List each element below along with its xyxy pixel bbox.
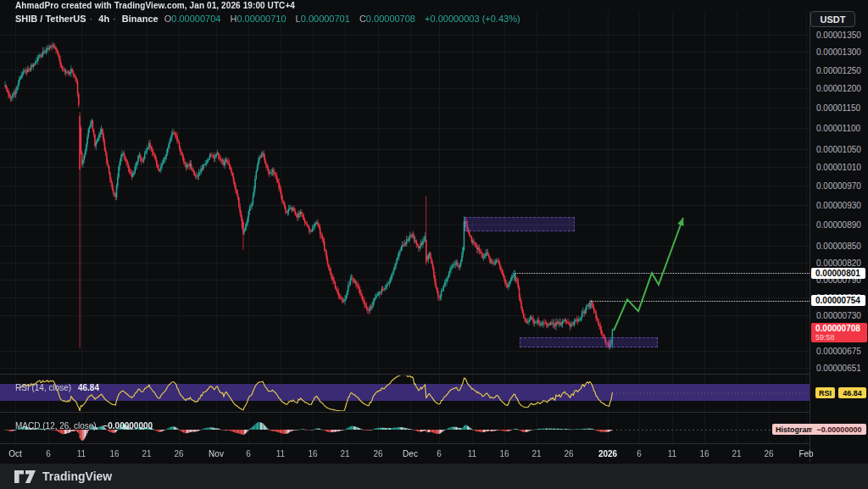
pane-separator[interactable] — [0, 412, 868, 413]
last-price-label: 0.00000708 59:58 — [811, 323, 867, 342]
price-tick: 0.00001150 — [816, 103, 860, 113]
bar-countdown: 59:58 — [815, 333, 867, 342]
price-level-label: 0.00000754 — [811, 295, 865, 306]
time-tick: 21 — [142, 449, 151, 458]
price-tick: 0.00001250 — [816, 66, 861, 75]
time-axis[interactable]: Oct611162126Nov611162126Dec6111621262026… — [0, 443, 810, 463]
time-tick: 6 — [437, 449, 442, 458]
time-tick: 26 — [564, 449, 573, 458]
time-tick: 16 — [499, 449, 509, 458]
macd-histogram-value-badge: −0.00000000 — [812, 424, 866, 435]
change-value: +0.00000003 (+0.43%) — [425, 14, 520, 24]
time-tick: 11 — [668, 449, 676, 458]
time-tick: Oct — [8, 449, 22, 458]
demand-zone[interactable] — [520, 337, 658, 348]
close-key: C — [359, 14, 366, 24]
open-key: O — [164, 14, 172, 24]
symbol-status-row: SHIB / TetherUS· 4h· Binance O0.00000704… — [15, 14, 524, 24]
time-tick: Dec — [403, 449, 418, 458]
separator: · — [113, 14, 116, 24]
rsi-status-row: RSI (14, close) 46.84 — [15, 383, 99, 392]
macd-histogram-badge: Histogram — [772, 424, 817, 435]
price-level-line[interactable] — [515, 273, 810, 274]
price-tick: 0.00001300 — [816, 47, 861, 57]
rsi-label[interactable]: RSI (14, close) — [15, 383, 71, 392]
attribution-text: AhmadPro created with TradingView.com, J… — [15, 1, 295, 10]
supply-zone[interactable] — [465, 217, 575, 232]
price-tick: 0.00000970 — [816, 181, 861, 191]
last-price-value: 0.00000708 — [815, 324, 867, 333]
tradingview-chart-app: AhmadPro created with TradingView.com, J… — [0, 0, 868, 489]
price-level-label: 0.00000801 — [811, 268, 865, 279]
exchange-label: Binance — [122, 14, 159, 24]
currency-toggle-button[interactable]: USDT — [810, 11, 855, 27]
time-tick: Nov — [209, 449, 224, 458]
price-tick: 0.00001010 — [816, 163, 861, 172]
close-value: 0.00000708 — [366, 14, 415, 24]
tradingview-logo-icon[interactable] — [14, 470, 36, 484]
macd-label[interactable]: MACD (12, 26, close) — [15, 421, 97, 431]
time-tick: 6 — [246, 449, 251, 458]
price-tick: 0.00001200 — [816, 84, 861, 93]
time-tick: 2026 — [598, 449, 617, 458]
price-tick: 0.00000890 — [816, 220, 861, 230]
time-tick: 21 — [732, 449, 741, 458]
time-tick: 26 — [373, 449, 382, 458]
chart-canvas[interactable] — [0, 0, 868, 489]
price-tick: 0.00000820 — [816, 258, 861, 268]
separator: · — [90, 14, 93, 24]
footer-bar: TradingView — [0, 463, 868, 489]
time-tick: 11 — [276, 449, 285, 458]
time-tick: 16 — [308, 449, 317, 458]
time-tick: 21 — [340, 449, 349, 458]
rsi-axis-value-badge: 46.84 — [838, 387, 866, 398]
high-value: 0.00000710 — [236, 14, 286, 24]
price-tick: 0.00000730 — [816, 311, 861, 320]
time-tick: 11 — [77, 449, 86, 458]
time-tick: 26 — [764, 449, 773, 458]
pane-separator[interactable] — [0, 374, 868, 375]
price-tick: 0.00001350 — [816, 31, 861, 40]
rsi-axis-badge: RSI — [815, 387, 835, 398]
low-key: L — [296, 14, 301, 24]
price-tick: 0.00001100 — [816, 124, 860, 133]
time-tick: 16 — [109, 449, 119, 458]
time-tick: 26 — [174, 449, 183, 458]
price-level-line[interactable] — [591, 301, 810, 302]
brand-name[interactable]: TradingView — [42, 470, 112, 483]
time-tick: 21 — [531, 449, 541, 458]
interval-label[interactable]: 4h — [98, 14, 109, 24]
price-tick: 0.00000930 — [816, 201, 861, 210]
low-value: 0.00000701 — [301, 14, 350, 24]
symbol-title[interactable]: SHIB / TetherUS — [15, 14, 86, 24]
price-tick: 0.00000850 — [816, 242, 861, 251]
time-tick: Feb — [798, 449, 813, 458]
macd-value: −0.00000000 — [103, 421, 153, 431]
price-tick: 0.00000651 — [816, 364, 861, 373]
price-tick: 0.00000675 — [816, 347, 861, 356]
open-value: 0.00000704 — [171, 14, 220, 24]
time-tick: 6 — [46, 449, 51, 458]
time-tick: 16 — [699, 449, 709, 458]
time-tick: 11 — [468, 449, 476, 458]
time-tick: 6 — [637, 449, 642, 458]
price-tick: 0.00001050 — [816, 145, 861, 154]
macd-status-row: MACD (12, 26, close) −0.00000000 — [15, 421, 153, 431]
rsi-value: 46.84 — [78, 383, 99, 392]
